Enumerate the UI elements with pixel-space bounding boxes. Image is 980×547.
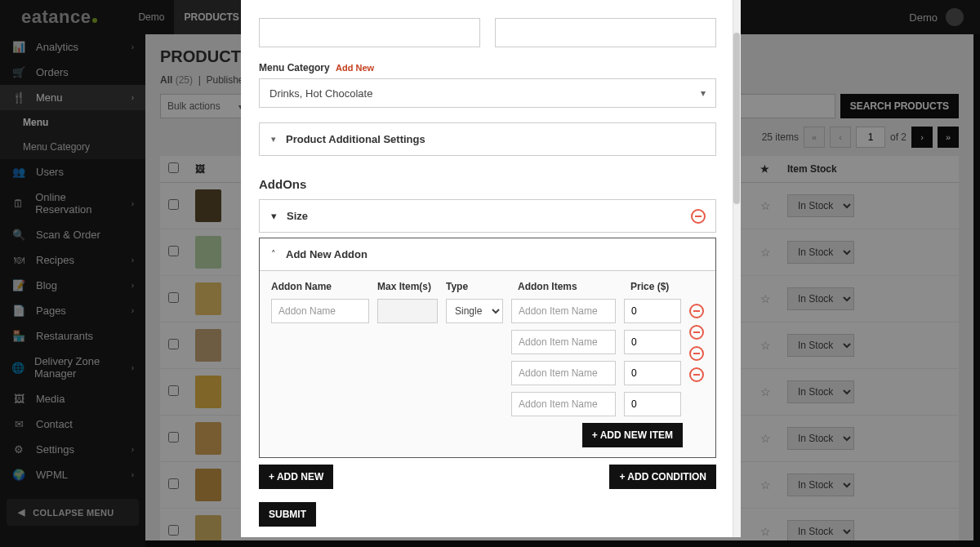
addon-new-panel: ˄ Add New Addon Addon Name Max Item(s) T… — [259, 238, 716, 458]
menu-category-addnew[interactable]: Add New — [336, 63, 374, 73]
addon-item-input[interactable] — [511, 330, 616, 354]
addon-max-input[interactable] — [377, 299, 438, 323]
addon-column-headers: Addon Name Max Item(s) Type Addon Items … — [271, 281, 704, 292]
addons-title: AddOns — [259, 177, 716, 191]
addon-price-input[interactable] — [624, 392, 681, 416]
addon-price-input[interactable] — [624, 361, 681, 385]
add-new-item-button[interactable]: + ADD NEW ITEM — [582, 423, 683, 447]
addon-item-input[interactable] — [511, 299, 616, 323]
chevron-up-icon: ˄ — [271, 249, 276, 260]
remove-item-icon[interactable] — [689, 346, 704, 361]
addon-size-row[interactable]: ▾ Size — [259, 199, 716, 233]
remove-addon-icon[interactable] — [691, 209, 706, 224]
submit-button[interactable]: SUBMIT — [259, 502, 316, 527]
addon-item-input[interactable] — [511, 361, 616, 385]
addon-price-input[interactable] — [624, 330, 681, 354]
addon-item-input[interactable] — [511, 392, 616, 416]
menu-category-label: Menu Category Add New — [259, 62, 716, 73]
input-stub-left[interactable] — [259, 18, 480, 47]
remove-item-icon[interactable] — [689, 325, 704, 340]
addon-price-input[interactable] — [624, 299, 681, 323]
menu-category-select[interactable]: Drinks, Hot Chocolate — [259, 78, 716, 108]
addon-name-input[interactable] — [271, 299, 369, 323]
chevron-down-icon: ▾ — [271, 210, 277, 222]
modal-scrollbar[interactable] — [733, 0, 741, 537]
chevron-down-icon: ▾ — [271, 134, 276, 145]
product-additional-settings-toggle[interactable]: ▾ Product Additional Settings — [259, 122, 716, 156]
add-new-addon-button[interactable]: + ADD NEW — [259, 465, 333, 489]
add-condition-button[interactable]: + ADD CONDITION — [609, 465, 716, 489]
addon-new-header[interactable]: ˄ Add New Addon — [260, 238, 715, 271]
product-edit-modal: Menu Category Add New Drinks, Hot Chocol… — [241, 0, 741, 537]
remove-item-icon[interactable] — [689, 367, 704, 382]
addon-type-select[interactable]: Single — [446, 299, 503, 323]
remove-item-icon[interactable] — [689, 304, 704, 318]
input-stub-right[interactable] — [495, 18, 716, 47]
